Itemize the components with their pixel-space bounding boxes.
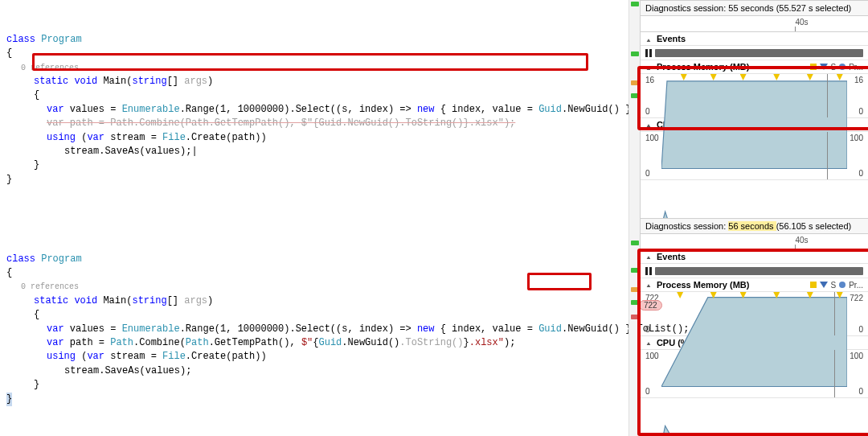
axis-label: 0 xyxy=(858,387,863,396)
axis-label: 0 xyxy=(858,325,863,334)
brace: } xyxy=(6,158,39,172)
memory-chart-bottom[interactable]: 722 0 722 0 722 xyxy=(641,292,868,336)
cpu-chart-top[interactable]: 100 0 100 0 xyxy=(641,132,868,180)
code-line-values: var values = Enumerable.Range(1, 1000000… xyxy=(6,103,643,117)
axis-label: 722 xyxy=(850,294,863,302)
axis-label: 16 xyxy=(854,76,863,84)
keyword-class: class xyxy=(6,253,35,265)
ruler-tick-label: 40s xyxy=(795,236,808,245)
gc-peak-bubble: 722 xyxy=(639,300,662,311)
expand-icon[interactable] xyxy=(645,280,653,290)
axis-label: 0 xyxy=(645,107,650,116)
memory-header-bottom[interactable]: Process Memory (MB) S Pr... xyxy=(641,278,868,292)
private-bytes-icon xyxy=(839,282,845,288)
brace: { xyxy=(6,308,39,322)
cpu-chart-svg xyxy=(661,134,847,227)
time-cursor[interactable] xyxy=(834,292,835,335)
axis-label: 100 xyxy=(645,134,659,142)
highlight-box-line1 xyxy=(32,53,588,71)
keyword-static-void: static void xyxy=(34,76,97,87)
cpu-chart-bottom[interactable]: 100 0 100 0 xyxy=(641,350,868,398)
diag-session-header-top: Diagnostics session: 55 seconds (55.527 … xyxy=(641,0,868,16)
diag-session-header-bottom: Diagnostics session: 56 seconds (56.105 … xyxy=(641,218,868,234)
references-label[interactable]: 0 references xyxy=(6,282,79,291)
brace: { xyxy=(6,267,12,278)
highlight-box-tolist xyxy=(527,273,592,290)
legend-icons: S Pr... xyxy=(810,281,863,290)
expand-icon[interactable] xyxy=(645,34,653,43)
axis-label: 100 xyxy=(645,352,659,360)
diagnostics-bottom: Diagnostics session: 56 seconds (56.105 … xyxy=(641,218,868,436)
events-header-top[interactable]: Events xyxy=(641,32,868,46)
brace: { xyxy=(6,88,39,102)
brace-highlighted: } xyxy=(6,393,12,406)
class-name: Program xyxy=(41,34,81,45)
expand-icon[interactable] xyxy=(645,62,653,72)
cpu-chart-svg-bottom xyxy=(661,352,847,436)
time-cursor[interactable] xyxy=(827,132,828,179)
code-line-using-bottom: using (var stream = File.Create(path)) xyxy=(6,350,267,364)
events-bar xyxy=(655,49,863,57)
code-panel: class Program { 0 references static void… xyxy=(0,0,640,436)
marker-gutter-bottom xyxy=(628,220,640,436)
time-cursor[interactable] xyxy=(834,350,835,397)
marker-gutter-top xyxy=(628,0,640,220)
code-line-path-faded: var path = Path.Combine(Path.GetTempPath… xyxy=(6,117,515,130)
memory-chart-top[interactable]: 16 0 16 0 xyxy=(641,74,868,118)
axis-label: 0 xyxy=(645,387,650,396)
time-ruler-bottom[interactable]: 40s xyxy=(641,234,868,250)
events-track-top[interactable] xyxy=(641,46,868,60)
code-line-values-bottom: var values = Enumerable.Range(1, 1000000… xyxy=(6,323,689,336)
code-line-path-bottom: var path = Path.Combine(Path.GetTempPath… xyxy=(6,336,515,350)
code-line-using: using (var stream = File.Create(path)) xyxy=(6,131,267,145)
diagnostics-top: Diagnostics session: 55 seconds (55.527 … xyxy=(641,0,868,218)
events-track-bottom[interactable] xyxy=(641,264,868,278)
session-seconds-highlight: 56 seconds xyxy=(728,221,776,231)
memory-snapshot-markers xyxy=(661,74,847,82)
code-line-saveas: stream.SaveAs(values);| xyxy=(6,145,198,158)
axis-label: 16 xyxy=(645,76,654,84)
svg-marker-3 xyxy=(661,426,847,436)
code-line-saveas-bottom: stream.SaveAs(values); xyxy=(6,364,191,378)
time-cursor[interactable] xyxy=(827,74,828,117)
method-name: Main xyxy=(103,76,126,87)
snapshot-icon xyxy=(810,64,817,70)
expand-icon[interactable] xyxy=(645,252,653,261)
gc-icon xyxy=(820,282,828,288)
diagnostics-panel: Diagnostics session: 55 seconds (55.527 … xyxy=(640,0,868,436)
memory-snapshot-markers-bottom xyxy=(661,292,847,300)
expand-icon[interactable] xyxy=(645,120,653,130)
axis-label: 0 xyxy=(858,107,863,116)
events-bar xyxy=(655,267,863,275)
private-bytes-icon xyxy=(839,64,845,70)
keyword-class: class xyxy=(6,34,35,45)
axis-label: 0 xyxy=(645,325,650,334)
axis-label: 0 xyxy=(858,169,863,178)
snapshot-icon xyxy=(810,282,817,288)
references-label[interactable]: 0 references xyxy=(6,64,79,72)
brace: } xyxy=(6,174,12,185)
axis-label: 100 xyxy=(850,352,863,360)
class-name: Program xyxy=(41,253,81,265)
brace: { xyxy=(6,47,12,59)
brace: } xyxy=(6,378,39,392)
ruler-tick-label: 40s xyxy=(795,18,808,27)
memory-header-top[interactable]: Process Memory (MB) S Pr... xyxy=(641,60,868,74)
expand-icon[interactable] xyxy=(645,338,653,348)
axis-label: 0 xyxy=(645,169,650,178)
code-editor-bottom[interactable]: class Program { 0 references static void… xyxy=(0,220,640,436)
time-ruler-top[interactable]: 40s xyxy=(641,16,868,32)
events-header-bottom[interactable]: Events xyxy=(641,250,868,264)
pause-icon[interactable] xyxy=(645,267,652,275)
gc-icon xyxy=(820,64,828,70)
pause-icon[interactable] xyxy=(645,49,652,57)
axis-label: 100 xyxy=(850,134,863,142)
legend-icons: S Pr... xyxy=(810,63,863,72)
code-editor-top[interactable]: class Program { 0 references static void… xyxy=(0,0,640,220)
